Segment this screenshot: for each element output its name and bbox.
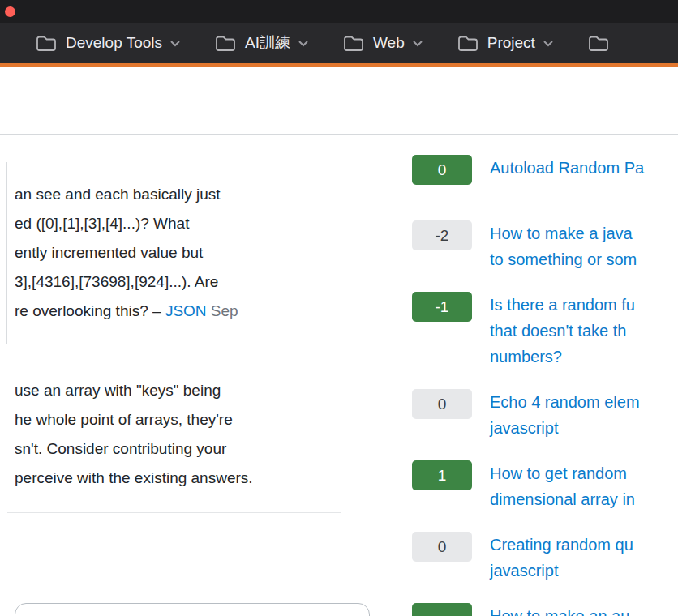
bookmark-folder-project[interactable]: Project xyxy=(457,34,554,52)
related-question-link[interactable]: How to make an au xyxy=(490,603,629,616)
comment-text-line: 3],[4316],[73698],[924]...). Are xyxy=(15,267,238,297)
related-question-item: 0 Autoload Random Pa xyxy=(412,155,678,185)
vote-count-badge: -2 xyxy=(412,220,472,250)
related-question-item: -2 How to make a java to something or so… xyxy=(412,220,678,272)
related-question-item: -1 Is there a random fu that doesn't tak… xyxy=(412,292,678,370)
folder-icon xyxy=(343,35,364,51)
bookmark-folder-partial[interactable] xyxy=(588,35,609,51)
related-question-link[interactable]: numbers? xyxy=(490,344,635,370)
vote-count-badge: -1 xyxy=(412,292,472,322)
comment-author-link[interactable]: JSON xyxy=(165,302,207,319)
bookmark-label: Develop Tools xyxy=(66,34,162,52)
comment-text-line: an see and each basically just xyxy=(15,180,238,209)
comment-editor-box[interactable] xyxy=(15,603,370,616)
bookmark-label: Project xyxy=(487,34,535,52)
comment-text-line: use an array with "keys" being xyxy=(15,376,253,405)
vote-count-badge: 0 xyxy=(412,532,472,562)
bookmarks-bar: Develop Tools AI訓練 Web xyxy=(0,23,678,63)
chevron-down-icon xyxy=(298,40,309,47)
window-close-button[interactable] xyxy=(5,6,15,17)
related-question-link[interactable]: Creating random qu xyxy=(490,532,633,558)
bookmark-label: Web xyxy=(373,34,405,52)
vote-count-badge: 0 xyxy=(412,155,472,185)
comment-divider xyxy=(7,512,341,513)
related-questions-list: 0 Autoload Random Pa -2 How to make a ja… xyxy=(412,155,678,616)
related-question-link[interactable]: How to make a java xyxy=(490,220,637,246)
vote-count-badge: 0 xyxy=(412,389,472,419)
comment-text-line: ed ([0],[1],[3],[4]...)? What xyxy=(15,209,238,238)
bookmark-folder-web[interactable]: Web xyxy=(343,34,423,52)
related-question-link[interactable]: Autoload Random Pa xyxy=(490,155,644,181)
bookmark-folder-develop-tools[interactable]: Develop Tools xyxy=(36,34,181,52)
vote-count-badge xyxy=(412,603,472,616)
comment: use an array with "keys" being he whole … xyxy=(15,376,253,493)
folder-icon xyxy=(588,35,609,51)
folder-icon xyxy=(36,35,57,51)
comment: an see and each basically just ed ([0],[… xyxy=(15,180,238,326)
related-question-link[interactable]: to something or som xyxy=(490,246,637,272)
bookmark-label: AI訓練 xyxy=(245,32,290,53)
comment-text-line: re overlooking this? – JSON Sep xyxy=(15,297,238,326)
browser-window: Develop Tools AI訓練 Web xyxy=(0,0,678,616)
related-question-item: How to make an au xyxy=(412,603,678,616)
related-question-item: 0 Creating random qu javascript xyxy=(412,532,678,584)
comment-text: re overlooking this? – xyxy=(15,302,165,319)
comment-text-line: perceive with the existing answers. xyxy=(15,464,253,493)
folder-icon xyxy=(215,35,236,51)
chevron-down-icon xyxy=(412,40,423,47)
related-question-link[interactable]: that doesn't take th xyxy=(490,318,635,344)
related-question-item: 0 Echo 4 random elem javascript xyxy=(412,389,678,441)
comment-text-line: sn't. Consider contributing your xyxy=(15,434,253,464)
comment-divider xyxy=(7,344,341,344)
comment-text-line: he whole point of arrays, they're xyxy=(15,405,253,434)
related-question-link[interactable]: How to get random xyxy=(490,460,635,486)
comment-left-border xyxy=(6,162,7,344)
comment-date-link[interactable]: Sep xyxy=(207,302,238,319)
vote-count-badge: 1 xyxy=(412,460,472,490)
chevron-down-icon xyxy=(170,40,181,47)
related-question-link[interactable]: Is there a random fu xyxy=(490,292,635,318)
folder-icon xyxy=(457,35,478,51)
chevron-down-icon xyxy=(543,40,554,47)
related-question-link[interactable]: javascript xyxy=(490,558,633,584)
bookmark-folder-ai-training[interactable]: AI訓練 xyxy=(215,32,309,53)
comment-text-line: ently incremented value but xyxy=(15,238,238,267)
related-question-link[interactable]: dimensional array in xyxy=(490,486,635,512)
window-titlebar xyxy=(0,0,678,23)
related-question-link[interactable]: javascript xyxy=(490,415,640,441)
site-header xyxy=(0,67,678,135)
related-question-link[interactable]: Echo 4 random elem xyxy=(490,389,640,415)
related-question-item: 1 How to get random dimensional array in xyxy=(412,460,678,512)
